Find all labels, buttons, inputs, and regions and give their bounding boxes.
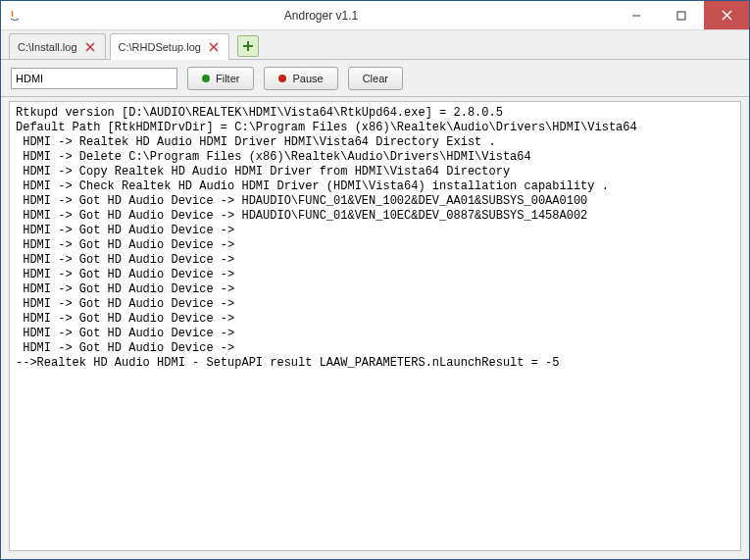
titlebar: Androger v1.1 [1,1,749,30]
clear-button[interactable]: Clear [348,67,403,90]
tab-rhdsetup-log[interactable]: C:\RHDSetup.log [110,33,229,60]
close-icon[interactable] [207,40,221,54]
plus-icon [242,40,254,52]
tab-bar: C:\Install.log C:\RHDSetup.log [1,30,749,60]
minimize-button[interactable] [614,1,659,29]
svg-rect-1 [677,12,685,20]
tab-install-log[interactable]: C:\Install.log [9,33,106,59]
pause-button[interactable]: Pause [264,67,337,90]
content-wrap: Rtkupd version [D:\AUDIO\REALTEK\HDMI\Vi… [1,97,749,559]
java-icon [7,8,23,24]
button-label: Filter [216,73,239,84]
button-label: Clear [363,73,388,84]
close-icon[interactable] [83,40,97,54]
add-tab-button[interactable] [237,35,259,57]
button-label: Pause [292,73,323,84]
red-dot-icon [278,75,286,82]
log-content[interactable]: Rtkupd version [D:\AUDIO\REALTEK\HDMI\Vi… [9,101,741,551]
app-window: Androger v1.1 C:\Install.log C:\RHDSetup… [0,0,750,560]
filter-input[interactable] [11,68,177,89]
toolbar: Filter Pause Clear [1,60,749,97]
filter-button[interactable]: Filter [187,67,254,90]
window-title: Androger v1.1 [28,9,614,23]
tab-label: C:\RHDSetup.log [119,41,201,53]
close-button[interactable] [704,1,749,29]
green-dot-icon [202,75,210,82]
maximize-button[interactable] [659,1,704,29]
tab-label: C:\Install.log [18,41,77,53]
window-controls [614,1,749,29]
